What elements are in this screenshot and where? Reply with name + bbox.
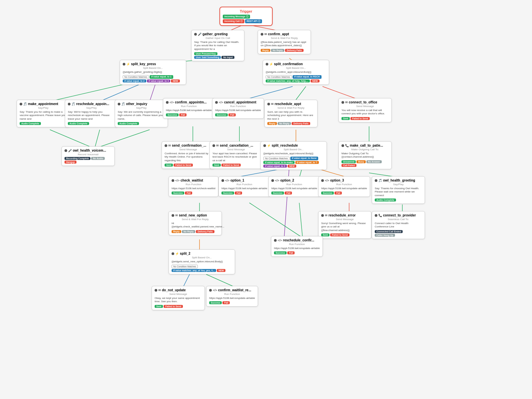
confirm-waitlist-label: confirm_waitlist_re... <box>218 288 251 292</box>
svg-line-24 <box>249 203 303 238</box>
node-other-inquiry[interactable]: 🎵 other_inquiry Say/Play Say: We are cur… <box>115 100 168 127</box>
voicem-label: owl_health_voicem... <box>73 149 106 152</box>
badge-delivery-fails: Delivery Fails <box>285 49 303 52</box>
node-split-2[interactable]: ⚡ split_2 Split Based On... {{widgets.se… <box>169 249 235 274</box>
dot-split-conf <box>266 63 268 66</box>
svg-line-8 <box>296 86 306 100</box>
split-key-label: split_key_press <box>131 62 156 66</box>
reschedule-error-label: reschedule_error <box>329 213 356 217</box>
node-send-confirmation[interactable]: ✉ send_confirmation_... Send Message Con… <box>162 141 215 169</box>
node-split-confirmation[interactable]: ⚡ split_confirmation Split Based On... {… <box>263 60 329 85</box>
check-waitlist-label: check_waitlist <box>181 179 203 182</box>
svg-line-12 <box>96 130 150 148</box>
node-confirm-appointm[interactable]: </> confirm_appointm... Run Function htt… <box>163 98 215 119</box>
node-reschedule-appt[interactable]: ✉ reschedule_appt Send & Wait For Reply … <box>264 100 318 127</box>
send-conf-label: send_confirmation_... <box>172 144 206 147</box>
confirm-appt-body: {{flow.data.patient_name}} has an appt o… <box>261 41 308 48</box>
send-new-option-label: send_new_option <box>179 213 207 217</box>
split-reschedule-label: split_reschedule <box>272 144 298 147</box>
node-owl-health-greeting[interactable]: 🎵 owl_health_greeting Say/Play Say: Than… <box>372 176 425 204</box>
svg-line-11 <box>95 130 100 148</box>
badge-val-eq-3: if value equal_to 3 <box>147 79 171 82</box>
make-appt-body: Say: Thank you for calling to make a vac… <box>20 110 67 121</box>
split-conf-body: {{widgets.confirm_appt.inbound.Body}} <box>266 70 326 74</box>
node-send-cancellation[interactable]: ✉ send_cancellation_... Send Message You… <box>209 141 263 169</box>
make-appt-badges: Audio Complete <box>20 122 67 125</box>
dot-gather-greeting <box>194 33 197 36</box>
badge-new-conf: NEW <box>311 79 319 82</box>
node-reschedule-error[interactable]: ✉ reschedule_error Send Message Sorry! S… <box>318 211 371 239</box>
badge-no-reply: No Reply <box>271 49 284 52</box>
cancel-appt-label: cancel_appointment <box>224 100 256 104</box>
confirm-appt-badges: Reply No Reply Delivery Fails <box>261 49 308 52</box>
make-appt-label: make_appointment <box>28 102 58 106</box>
split-conf-badges: No Condition Matches if value equal_to R… <box>266 75 326 82</box>
badge-user-said: User Said Something <box>194 56 221 59</box>
node-check-waitlist[interactable]: </> check_waitlist Run Function https://… <box>169 176 218 197</box>
node-option-2[interactable]: </> option_2 Run Function https://appt-5… <box>268 176 320 197</box>
send-cancel-label: send_cancellation_... <box>220 144 253 147</box>
dot-make-appt <box>20 103 22 105</box>
node-reschedule-confir[interactable]: </> reschedule_confir... Run Function ht… <box>271 236 323 257</box>
trigger-badges: Incoming Message ⓘ Incoming Call ⓘ REST … <box>223 15 269 23</box>
make-call-label: make_call_to_patie... <box>350 144 383 147</box>
node-make-appointment[interactable]: 🎵 make_appointment Say/Play Say: Thank y… <box>17 100 70 127</box>
flow-canvas: Trigger Incoming Message ⓘ Incoming Call… <box>7 3 525 396</box>
trigger-title: Trigger <box>223 9 269 13</box>
node-option-1[interactable]: </> option_1 Run Function https://appt-5… <box>218 176 270 197</box>
connect-provider-label: connect_to_provider <box>383 213 416 217</box>
node-confirm-appt[interactable]: ✉ confirm_appt Send & Wait For Reply {{f… <box>258 30 311 54</box>
split-conf-subtitle: Split Based On... <box>266 66 326 69</box>
node-connect-to-office[interactable]: ✉ connect_to_office Send Message You wil… <box>338 98 392 122</box>
split-key-body: {{widgets.gather_greeting.Digits}} <box>123 70 183 74</box>
svg-line-29 <box>206 274 236 288</box>
split-key-badges: No Condition Matches if value equal_to 1… <box>123 75 183 82</box>
confirm-appointm-label: confirm_appointm... <box>175 100 207 104</box>
badge-no-cond-conf: No Condition Matches <box>266 75 292 79</box>
dot-split-key <box>123 63 125 66</box>
badge-user-pressed-key: User Pressed Key <box>194 52 217 55</box>
node-reschedule-appoin[interactable]: 🎵 reschedule_appoin... Say/Play Say: We'… <box>65 100 118 127</box>
svg-line-28 <box>183 274 190 288</box>
node-gather-greeting[interactable]: 🎤 gather_greeting Gather Input On Call S… <box>191 30 244 61</box>
reschedule-appt-label: reschedule_appt <box>275 102 301 106</box>
option-3-label: option_3 <box>330 179 344 182</box>
node-make-call-to-patie[interactable]: 📞 make_call_to_patie... Make Outgoing Ca… <box>338 141 392 169</box>
node-split-reschedule[interactable]: ⚡ split_reschedule Split Based On... {{w… <box>260 141 327 170</box>
node-connect-to-provider[interactable]: 📞 connect_to_provider Seamless Call To: … <box>372 211 425 239</box>
owl-greeting-label: owl_health_greeting <box>383 179 415 182</box>
reschedule-appoin-label: reschedule_appoin... <box>76 102 109 106</box>
node-option-3[interactable]: </> option_3 Run Function https://appt-5… <box>318 176 370 197</box>
reschedule-confir-label: reschedule_confir... <box>283 238 314 242</box>
do-not-update-label: do_not_update <box>162 288 186 292</box>
connect-office-label: connect_to_office <box>349 100 377 104</box>
node-send-new-option[interactable]: ✉ send_new_option Send & Wait For Reply … <box>169 211 222 235</box>
badge-rsch: if value equal_to RSCH <box>293 75 322 79</box>
gather-greeting-label: gather_greeting <box>202 32 228 36</box>
badge-help: if value matches_any_of help, help,... <box>266 79 310 82</box>
svg-line-25 <box>299 203 303 238</box>
node-cancel-appointment[interactable]: </> cancel_appointment Run Function http… <box>212 98 264 119</box>
option-2-label: option_2 <box>280 179 294 182</box>
node-owl-health-voicem[interactable]: 🎤 owl_health_voicem... Record Voicemail … <box>62 146 115 166</box>
badge-reply: Reply <box>261 49 270 52</box>
split-conf-label: split_confirmation <box>274 62 303 66</box>
badge-audio-complete-make: Audio Complete <box>20 122 41 125</box>
svg-line-9 <box>323 86 359 100</box>
svg-line-10 <box>50 130 93 148</box>
gather-greeting-subtitle: Gather Input On Call <box>194 37 241 40</box>
badge-new-split-key: NEW <box>171 79 180 82</box>
node-split-key-press[interactable]: ⚡ split_key_press Split Based On... {{wi… <box>120 60 186 85</box>
trigger-node[interactable]: Trigger Incoming Message ⓘ Incoming Call… <box>219 7 273 26</box>
badge-val-eq-2: if value equal_to 2 <box>123 79 146 82</box>
gather-greeting-body: Say: Thank you for calling Owl Health. I… <box>194 41 241 51</box>
trigger-badge-rest-api: REST API ⓘ <box>245 19 262 23</box>
dot-reschedule-appoin <box>68 103 70 105</box>
split-2-label: split_2 <box>180 252 191 255</box>
svg-line-7 <box>244 86 293 100</box>
dot-confirm-appt <box>261 33 263 36</box>
trigger-badge-incoming-message: Incoming Message ⓘ <box>223 15 250 19</box>
node-confirm-waitlist-re[interactable]: </> confirm_waitlist_re... Run Function … <box>206 286 258 307</box>
badge-no-input: No Input <box>221 56 234 59</box>
node-do-not-update[interactable]: ✉ do_not_update Send Message Okay, we ke… <box>152 286 205 310</box>
